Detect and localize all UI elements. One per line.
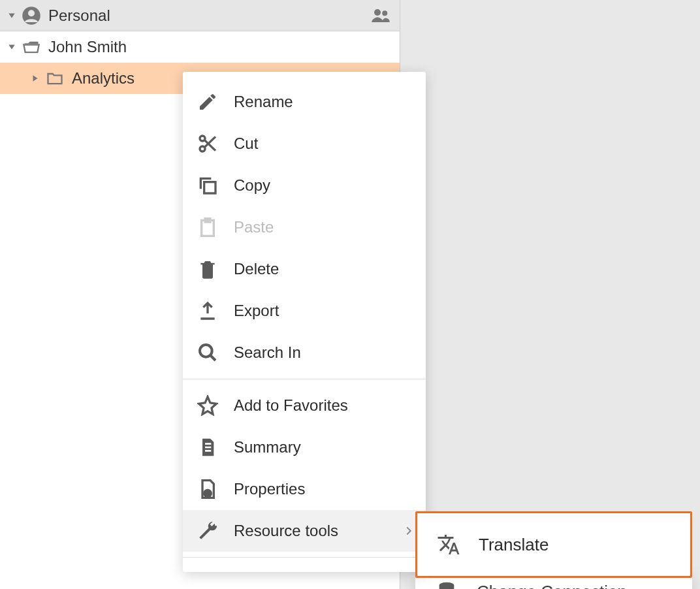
folder-open-icon — [21, 37, 42, 57]
menu-item-rename[interactable]: Rename — [183, 81, 426, 123]
svg-point-1 — [28, 10, 35, 16]
submenu-resource-tools: Translate — [415, 511, 692, 578]
menu-item-add-favorites[interactable]: Add to Favorites — [183, 385, 426, 426]
menu-item-search-in[interactable]: Search In — [183, 332, 426, 374]
expand-toggle-icon[interactable] — [29, 74, 42, 83]
pencil-icon — [196, 90, 219, 114]
people-icon[interactable] — [371, 6, 390, 25]
menu-item-delete[interactable]: Delete — [183, 248, 426, 290]
star-icon — [196, 394, 219, 417]
clipboard-icon — [196, 215, 219, 239]
expand-toggle-icon[interactable] — [5, 42, 18, 52]
menu-label: Paste — [234, 218, 274, 236]
context-menu: Rename Cut Copy Paste Delete Export Se — [183, 72, 426, 572]
menu-item-properties[interactable]: i Properties — [183, 468, 426, 510]
menu-label: Rename — [234, 93, 293, 111]
folder-icon — [44, 68, 65, 89]
svg-point-5 — [200, 146, 205, 151]
database-icon — [434, 579, 460, 589]
search-icon — [196, 341, 219, 364]
chevron-right-icon — [404, 526, 414, 536]
menu-label: Search In — [234, 343, 301, 362]
menu-label: Copy — [234, 176, 270, 195]
person-icon — [21, 5, 42, 26]
submenu-item-translate[interactable]: Translate — [417, 516, 690, 573]
svg-point-9 — [200, 345, 212, 357]
svg-rect-6 — [204, 182, 215, 193]
menu-label: Export — [234, 302, 279, 320]
menu-label: Resource tools — [234, 522, 338, 540]
menu-item-summary[interactable]: Summary — [183, 426, 426, 468]
translate-icon — [436, 532, 462, 558]
menu-label: Cut — [234, 135, 258, 153]
menu-label: Delete — [234, 260, 279, 278]
menu-item-cut[interactable]: Cut — [183, 123, 426, 165]
menu-item-export[interactable]: Export — [183, 290, 426, 332]
copy-icon — [196, 174, 219, 197]
scissors-icon — [196, 132, 219, 155]
menu-label: Summary — [234, 438, 301, 456]
tree-row-personal[interactable]: Personal — [0, 0, 400, 31]
tree-label-user: John Smith — [48, 38, 400, 56]
expand-toggle-icon[interactable] — [5, 11, 18, 20]
menu-label: Add to Favorites — [234, 396, 348, 415]
menu-item-copy[interactable]: Copy — [183, 165, 426, 206]
menu-divider — [183, 379, 426, 379]
submenu-label: Translate — [479, 535, 549, 555]
menu-item-paste: Paste — [183, 206, 426, 248]
export-icon — [196, 299, 219, 323]
menu-divider — [183, 557, 426, 558]
info-document-icon: i — [196, 477, 219, 501]
menu-label: Properties — [234, 480, 305, 498]
wrench-icon — [196, 519, 219, 543]
submenu-label: Change Connection — [477, 582, 627, 590]
svg-text:i: i — [207, 492, 208, 498]
svg-point-3 — [382, 10, 387, 16]
document-icon — [196, 436, 219, 459]
menu-item-resource-tools[interactable]: Resource tools — [183, 510, 426, 552]
svg-point-4 — [200, 136, 205, 141]
trash-icon — [196, 257, 219, 281]
svg-rect-8 — [205, 219, 210, 222]
svg-point-2 — [374, 9, 381, 16]
tree-row-user[interactable]: John Smith — [0, 31, 400, 63]
tree-label-personal: Personal — [48, 7, 400, 25]
